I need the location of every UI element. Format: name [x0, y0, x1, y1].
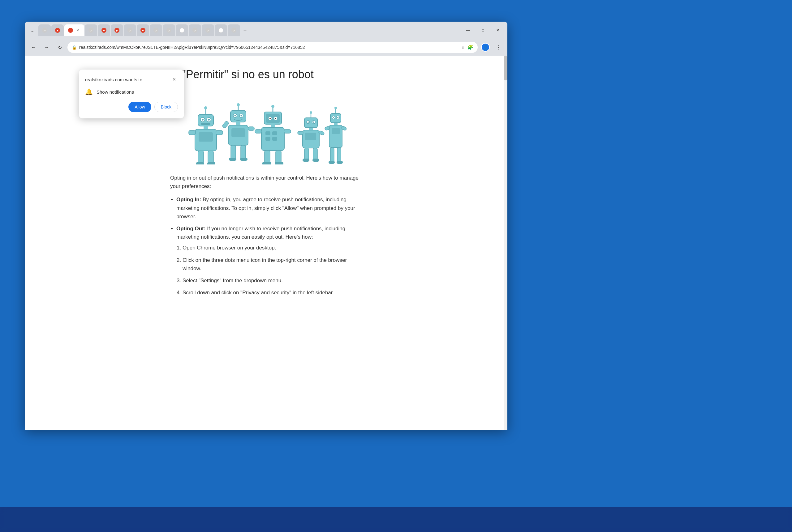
- browser-window: ⌄ ↗ ● ✕ ↗ ●: [25, 22, 508, 430]
- extensions-icon[interactable]: 🧩: [467, 44, 473, 50]
- svg-point-22: [235, 115, 236, 116]
- opting-in-bold: Opting In:: [176, 196, 201, 203]
- bookmark-icon[interactable]: ☆: [461, 44, 465, 50]
- tab-5[interactable]: ●: [98, 24, 110, 36]
- svg-rect-52: [284, 130, 291, 133]
- svg-rect-12: [208, 151, 214, 163]
- new-tab-button[interactable]: +: [241, 26, 250, 35]
- robots-illustration: [180, 96, 353, 165]
- svg-point-70: [334, 107, 337, 109]
- bell-icon: 🔔: [85, 88, 93, 96]
- svg-point-23: [241, 115, 242, 116]
- svg-rect-45: [265, 137, 271, 141]
- tab-8[interactable]: ●: [137, 24, 149, 36]
- tab-strip: ↗ ● ✕ ↗ ● ▶: [38, 24, 460, 36]
- svg-rect-67: [298, 131, 303, 134]
- minimize-button[interactable]: —: [461, 25, 475, 36]
- tab-6[interactable]: ▶: [111, 24, 123, 36]
- svg-point-74: [333, 117, 334, 118]
- tab-9[interactable]: ↗: [150, 24, 162, 36]
- tab-1[interactable]: ↗: [38, 24, 51, 36]
- tab-4[interactable]: ↗: [85, 24, 97, 36]
- allow-button[interactable]: Allow: [128, 102, 151, 112]
- svg-rect-41: [271, 124, 275, 127]
- svg-rect-13: [196, 162, 204, 165]
- popup-close-button[interactable]: ✕: [170, 76, 178, 83]
- svg-rect-50: [275, 162, 283, 165]
- tab-12-favicon: ↗: [192, 28, 197, 33]
- scrollbar[interactable]: [504, 56, 508, 430]
- svg-rect-14: [207, 162, 215, 165]
- svg-point-18: [237, 103, 240, 106]
- svg-point-34: [271, 105, 274, 108]
- svg-rect-66: [312, 158, 319, 162]
- address-bar[interactable]: 🔒 realstkozirads.com/wmMCOkoK7eJS1TE-gpN…: [68, 42, 478, 53]
- menu-button[interactable]: ⋮: [493, 42, 504, 53]
- svg-rect-30: [240, 158, 247, 161]
- svg-rect-32: [248, 127, 254, 130]
- tab-7[interactable]: ↗: [124, 24, 136, 36]
- popup-actions: Allow Block: [85, 102, 178, 112]
- nav-bar: ← → ↻ 🔒 realstkozirads.com/wmMCOkoK7eJS1…: [25, 39, 508, 56]
- tab-list-button[interactable]: ⌄: [27, 25, 37, 35]
- tab-14[interactable]: [215, 24, 227, 36]
- svg-rect-47: [264, 151, 270, 164]
- svg-point-39: [270, 118, 271, 119]
- svg-rect-48: [276, 151, 281, 164]
- maximize-button[interactable]: □: [476, 25, 490, 36]
- profile-button[interactable]: 👤: [480, 42, 491, 53]
- svg-rect-46: [272, 137, 277, 141]
- tab-11[interactable]: [176, 24, 188, 36]
- tab-15-favicon: ↗: [232, 28, 236, 33]
- tab-10[interactable]: ↗: [163, 24, 175, 36]
- close-button[interactable]: ✕: [491, 25, 505, 36]
- svg-rect-49: [262, 162, 271, 165]
- tab-1-favicon: ↗: [42, 28, 47, 33]
- page-heading: k en "Permitir" si no es un robot: [158, 68, 374, 81]
- tab-2[interactable]: ●: [51, 24, 64, 36]
- popup-header: realstkozirads.com wants to ✕: [85, 76, 178, 83]
- back-button[interactable]: ←: [29, 42, 39, 53]
- robots-svg: [186, 102, 347, 165]
- svg-rect-60: [309, 128, 313, 130]
- svg-rect-15: [189, 130, 196, 135]
- tab-9-favicon: ↗: [153, 28, 159, 33]
- svg-rect-55: [305, 118, 317, 128]
- svg-point-1: [204, 106, 207, 110]
- tab-12[interactable]: ↗: [189, 24, 201, 36]
- forward-button[interactable]: →: [41, 42, 52, 53]
- window-controls: — □ ✕: [461, 25, 505, 36]
- opting-out-bold: Opting Out:: [176, 226, 205, 231]
- intro-paragraph: Opting in or out of push notifications i…: [170, 174, 362, 190]
- scrollbar-thumb[interactable]: [504, 56, 508, 80]
- svg-rect-81: [329, 161, 335, 164]
- svg-rect-82: [337, 161, 343, 164]
- step-2: Click on the three dots menu icon in the…: [183, 256, 362, 273]
- svg-rect-76: [334, 123, 337, 125]
- tab-list-icon: ⌄: [30, 27, 34, 33]
- tab-13[interactable]: ↗: [202, 24, 214, 36]
- opting-in-item: Opting In: By opting in, you agree to re…: [176, 195, 362, 221]
- svg-rect-7: [201, 123, 210, 125]
- tab-3-close[interactable]: ✕: [75, 27, 80, 33]
- opting-in-text: By opting in, you agree to receive push …: [176, 196, 355, 219]
- opting-out-item: Opting Out: If you no longer wish to rec…: [176, 224, 362, 297]
- svg-rect-78: [332, 128, 340, 134]
- tab-3-favicon: [68, 28, 73, 33]
- refresh-button[interactable]: ↻: [54, 42, 65, 53]
- block-button[interactable]: Block: [154, 102, 178, 112]
- tab-15[interactable]: ↗: [228, 24, 240, 36]
- svg-point-6: [208, 119, 210, 120]
- svg-rect-51: [255, 130, 262, 133]
- svg-rect-27: [231, 145, 236, 159]
- tab-14-favicon: [218, 28, 223, 33]
- step-3: Select "Settings" from the dropdown menu…: [183, 277, 362, 285]
- steps-list: Open Chrome browser on your desktop. Cli…: [176, 244, 362, 297]
- page-text-section: Opting in or out of push notifications i…: [170, 174, 362, 302]
- tab-3-active[interactable]: ✕: [65, 24, 84, 36]
- tab-13-favicon: ↗: [205, 28, 210, 33]
- step-4: Scroll down and click on "Privacy and se…: [183, 288, 362, 297]
- tab-2-favicon: ●: [55, 28, 60, 33]
- svg-rect-29: [229, 158, 236, 161]
- svg-point-58: [308, 121, 309, 123]
